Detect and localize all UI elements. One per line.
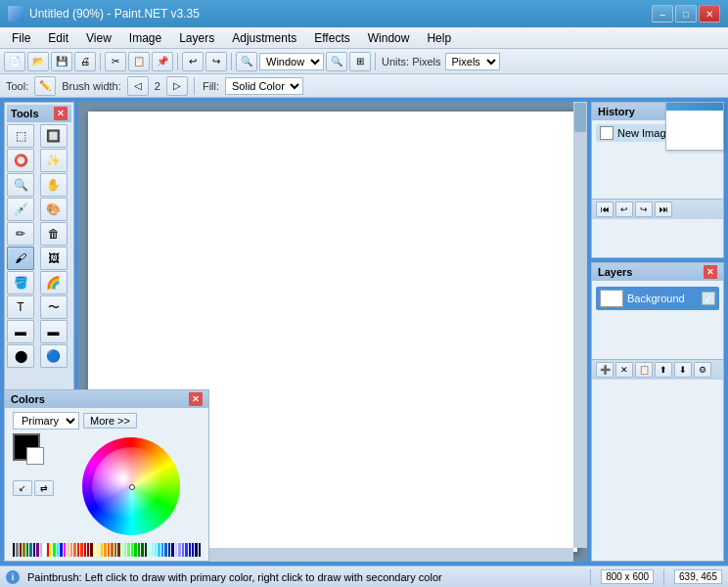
open-button[interactable]: 📂 <box>27 52 49 71</box>
palette-swatch[interactable] <box>114 543 116 557</box>
close-button[interactable]: ✕ <box>699 5 720 23</box>
fill-dropdown[interactable]: Solid Color <box>225 77 303 95</box>
palette-swatch[interactable] <box>189 543 191 557</box>
minimize-button[interactable]: – <box>652 5 673 23</box>
menu-adjustments[interactable]: Adjustments <box>224 29 304 47</box>
units-dropdown[interactable]: Pixels <box>445 53 500 70</box>
palette-swatch[interactable] <box>195 543 197 557</box>
swap-colors[interactable]: ⇄ <box>34 480 54 496</box>
palette-swatch[interactable] <box>33 543 35 557</box>
palette-swatch[interactable] <box>73 543 75 557</box>
tool-pan[interactable]: ✋ <box>40 173 68 197</box>
menu-window[interactable]: Window <box>360 29 418 47</box>
palette-swatch[interactable] <box>77 543 79 557</box>
palette-swatch[interactable] <box>23 543 24 557</box>
palette-swatch[interactable] <box>101 543 103 557</box>
palette-swatch[interactable] <box>13 543 15 557</box>
layer-properties[interactable]: ⚙ <box>694 362 711 378</box>
history-undo[interactable]: ↩ <box>615 202 633 217</box>
palette-swatch[interactable] <box>64 543 66 557</box>
print-button[interactable]: 🖨 <box>74 52 96 71</box>
palette-swatch[interactable] <box>90 543 92 557</box>
palette-swatch[interactable] <box>192 543 194 557</box>
tool-oval-shape[interactable]: ⬤ <box>7 344 34 368</box>
palette-swatch[interactable] <box>152 543 154 557</box>
brush-width-decrease[interactable]: ◁ <box>127 76 149 96</box>
history-first[interactable]: ⏮ <box>596 202 614 217</box>
palette-swatch[interactable] <box>26 543 28 557</box>
palette-swatch[interactable] <box>111 543 113 557</box>
layer-add[interactable]: ➕ <box>596 362 614 378</box>
undo-button[interactable]: ↩ <box>182 52 204 71</box>
paste-button[interactable]: 📌 <box>152 52 173 71</box>
copy-button[interactable]: 📋 <box>128 52 150 71</box>
palette-swatch[interactable] <box>161 543 163 557</box>
palette-swatch[interactable] <box>87 543 89 557</box>
palette-swatch[interactable] <box>117 543 119 557</box>
tool-curves[interactable]: 〜 <box>40 295 68 319</box>
menu-layers[interactable]: Layers <box>171 29 222 47</box>
color-mode-dropdown[interactable]: Primary <box>13 412 79 429</box>
palette-swatch[interactable] <box>145 543 147 557</box>
palette-swatch[interactable] <box>178 543 180 557</box>
palette-swatch[interactable] <box>84 543 86 557</box>
palette-swatch[interactable] <box>131 543 133 557</box>
history-redo[interactable]: ↪ <box>635 202 653 217</box>
color-wheel[interactable] <box>82 437 180 535</box>
zoom-dropdown[interactable]: Window <box>259 53 324 70</box>
maximize-button[interactable]: □ <box>675 5 697 23</box>
palette-swatch[interactable] <box>138 543 140 557</box>
palette-swatch[interactable] <box>168 543 170 557</box>
menu-file[interactable]: File <box>4 29 38 47</box>
palette-swatch[interactable] <box>164 543 166 557</box>
toolbox-close[interactable]: ✕ <box>54 107 68 120</box>
tool-text[interactable]: T <box>7 295 34 319</box>
reset-colors[interactable]: ↙ <box>13 480 32 496</box>
palette-swatch[interactable] <box>158 543 159 557</box>
tool-rect-shape[interactable]: ▬ <box>7 320 34 343</box>
tool-ellipse[interactable]: ⭕ <box>7 149 34 172</box>
vertical-scrollbar[interactable] <box>573 102 587 548</box>
cut-button[interactable]: ✂ <box>105 52 126 71</box>
menu-help[interactable]: Help <box>419 29 459 47</box>
brush-width-increase[interactable]: ▷ <box>166 76 188 96</box>
secondary-color-swatch[interactable] <box>26 447 44 465</box>
zoom-out-button[interactable]: 🔍 <box>236 52 257 71</box>
palette-swatch[interactable] <box>67 543 68 557</box>
palette-swatch[interactable] <box>148 543 150 557</box>
palette-swatch[interactable] <box>57 543 59 557</box>
tool-paintbrush[interactable]: 🖌 <box>7 247 34 270</box>
palette-swatch[interactable] <box>43 543 45 557</box>
palette-swatch[interactable] <box>50 543 52 557</box>
tool-gradient[interactable]: 🌈 <box>40 271 68 294</box>
palette-swatch[interactable] <box>185 543 187 557</box>
scrollbar-thumb-v[interactable] <box>574 103 586 132</box>
palette-swatch[interactable] <box>16 543 18 557</box>
palette-swatch[interactable] <box>104 543 106 557</box>
palette-swatch[interactable] <box>20 543 22 557</box>
grid-button[interactable]: ⊞ <box>349 52 371 71</box>
palette-swatch[interactable] <box>70 543 72 557</box>
palette-swatch[interactable] <box>97 543 99 557</box>
palette-swatch[interactable] <box>175 543 177 557</box>
palette-swatch[interactable] <box>199 543 201 557</box>
save-button[interactable]: 💾 <box>51 52 72 71</box>
tool-magic-wand[interactable]: ✨ <box>40 149 68 172</box>
menu-image[interactable]: Image <box>121 29 169 47</box>
layer-delete[interactable]: ✕ <box>615 362 633 378</box>
menu-effects[interactable]: Effects <box>306 29 357 47</box>
palette-swatch[interactable] <box>47 543 49 557</box>
menu-edit[interactable]: Edit <box>40 29 76 47</box>
layer-duplicate[interactable]: 📋 <box>635 362 653 378</box>
tool-freeform[interactable]: 🔵 <box>40 344 68 368</box>
layer-visibility[interactable]: ✓ <box>702 292 715 305</box>
tool-rectangle-select[interactable]: ⬚ <box>7 124 34 148</box>
history-last[interactable]: ⏭ <box>655 202 672 217</box>
palette-swatch[interactable] <box>108 543 110 557</box>
layer-item[interactable]: Background ✓ <box>596 287 719 310</box>
new-button[interactable]: 📄 <box>4 52 25 71</box>
palette-swatch[interactable] <box>141 543 143 557</box>
palette-swatch[interactable] <box>36 543 38 557</box>
tool-color-picker-2[interactable]: 🎨 <box>40 198 68 221</box>
layer-up[interactable]: ⬆ <box>655 362 672 378</box>
